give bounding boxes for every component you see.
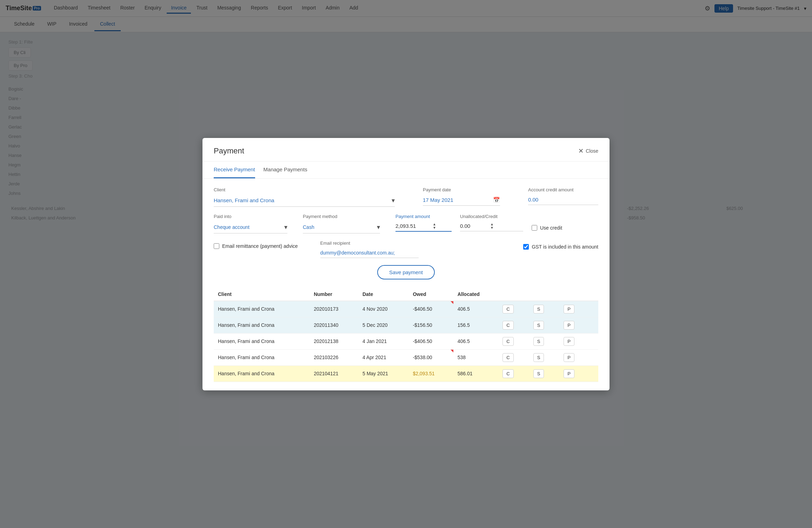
- paid-into-dropdown[interactable]: Cheque account ▾: [214, 221, 287, 230]
- client-value: Hansen, Frami and Crona: [214, 197, 274, 203]
- spin-down-button[interactable]: ▼: [433, 226, 436, 230]
- payment-amount-spinner[interactable]: ▲ ▼: [433, 223, 436, 230]
- payment-method-value: Cash: [303, 224, 314, 230]
- payment-date-field[interactable]: 17 May 2021 📅: [423, 194, 500, 206]
- payment-amount-group: Payment amount ▲ ▼: [395, 214, 452, 230]
- payment-amount-input[interactable]: [395, 223, 431, 229]
- payment-date-value: 17 May 2021: [423, 197, 453, 203]
- modal-body: Client Hansen, Frami and Crona ▾ Payment…: [202, 179, 610, 230]
- paid-into-label: Paid into: [214, 214, 294, 219]
- payment-method-label: Payment method: [303, 214, 387, 219]
- tab-receive-payment[interactable]: Receive Payment: [214, 161, 255, 178]
- client-dropdown-arrow-icon: ▾: [392, 197, 395, 204]
- modal-overlay: Payment ✕ Close Receive Payment Manage P…: [0, 0, 812, 230]
- modal-title: Payment: [214, 146, 244, 156]
- close-button[interactable]: ✕ Close: [578, 147, 598, 155]
- payment-amount-field[interactable]: ▲ ▼: [395, 221, 452, 230]
- paid-into-arrow-icon: ▾: [284, 223, 287, 230]
- payment-date-label: Payment date: [423, 187, 500, 192]
- unallocated-spinner[interactable]: ▲ ▼: [490, 223, 494, 230]
- account-credit-value: 0.00: [528, 194, 598, 205]
- client-dropdown[interactable]: Hansen, Frami and Crona ▾: [214, 194, 395, 207]
- paid-into-group: Paid into Cheque account ▾: [214, 214, 294, 230]
- client-label: Client: [214, 187, 395, 192]
- use-credit-label[interactable]: Use credit: [532, 225, 562, 230]
- unallocated-value: 0.00: [460, 223, 488, 229]
- modal-header: Payment ✕ Close: [202, 138, 610, 161]
- payment-method-group: Payment method Cash ▾: [303, 214, 387, 230]
- tab-manage-payments[interactable]: Manage Payments: [264, 161, 307, 178]
- form-row-2: Paid into Cheque account ▾ Payment metho…: [214, 214, 598, 230]
- client-field-group: Client Hansen, Frami and Crona ▾: [214, 187, 395, 207]
- paid-into-value: Cheque account: [214, 224, 249, 230]
- form-row-1: Client Hansen, Frami and Crona ▾ Payment…: [214, 187, 598, 207]
- payment-amount-label: Payment amount: [395, 214, 452, 219]
- unalloc-spin-down-button[interactable]: ▼: [490, 226, 494, 230]
- payment-modal: Payment ✕ Close Receive Payment Manage P…: [202, 138, 610, 230]
- close-label: Close: [586, 148, 598, 154]
- account-credit-group: Account credit amount 0.00: [528, 187, 598, 205]
- payment-date-group: Payment date 17 May 2021 📅: [423, 187, 500, 206]
- use-credit-text: Use credit: [540, 225, 562, 230]
- calendar-icon: 📅: [493, 197, 500, 203]
- use-credit-group: Use credit: [532, 214, 562, 230]
- use-credit-checkbox[interactable]: [532, 225, 537, 230]
- payment-method-dropdown[interactable]: Cash ▾: [303, 221, 380, 230]
- close-x-icon: ✕: [578, 147, 584, 155]
- payment-method-arrow-icon: ▾: [377, 223, 380, 230]
- unallocated-label: Unallocated/Credit: [460, 214, 523, 219]
- modal-tabs: Receive Payment Manage Payments: [202, 161, 610, 179]
- account-credit-label: Account credit amount: [528, 187, 598, 192]
- spin-up-button[interactable]: ▲: [433, 223, 436, 226]
- unallocated-field: 0.00 ▲ ▼: [460, 221, 523, 230]
- unalloc-spin-up-button[interactable]: ▲: [490, 223, 494, 226]
- unallocated-group: Unallocated/Credit 0.00 ▲ ▼: [460, 214, 523, 230]
